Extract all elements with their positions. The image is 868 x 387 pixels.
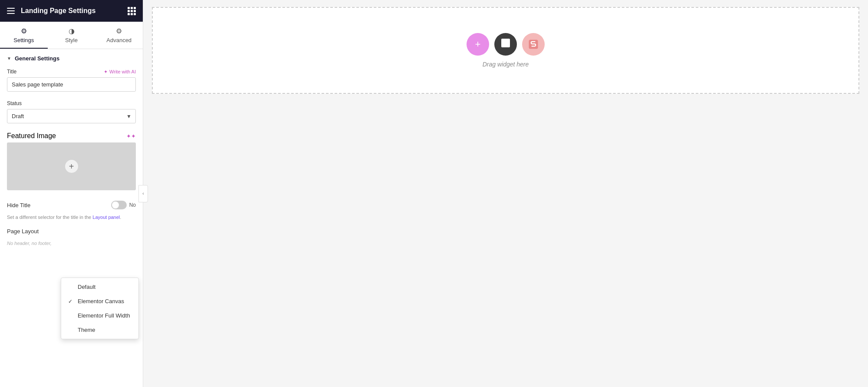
dropdown-default-label: Default xyxy=(78,284,95,290)
dropdown-item-elementor-full-width[interactable]: Elementor Full Width xyxy=(61,308,138,323)
status-label-row: Status xyxy=(7,100,136,106)
featured-image-label-row: Featured Image ✦✦ xyxy=(7,132,136,140)
dropdown-elementor-canvas-label: Elementor Canvas xyxy=(78,298,124,304)
collapse-handle[interactable]: ‹ xyxy=(138,185,148,202)
dropdown-item-elementor-canvas[interactable]: ✓ Elementor Canvas xyxy=(61,294,138,308)
featured-image-upload[interactable]: + xyxy=(7,142,136,190)
canvas-inner: + Drag widget xyxy=(449,16,562,85)
collapse-arrow-icon: ‹ xyxy=(142,191,144,196)
widget-icons-row: + xyxy=(467,33,545,56)
advanced-icon: ⚙ xyxy=(116,27,122,35)
main-canvas-area: + Drag widget xyxy=(143,0,868,387)
dropdown-item-default[interactable]: Default xyxy=(61,280,138,294)
plus-icon: + xyxy=(475,39,481,50)
page-layout-dropdown: Default ✓ Elementor Canvas Elementor Ful… xyxy=(61,278,139,339)
dropdown-item-theme[interactable]: Theme xyxy=(61,323,138,337)
featured-image-label: Featured Image xyxy=(7,132,56,140)
style-icon: ◑ xyxy=(69,27,75,35)
s-widget-button[interactable] xyxy=(522,33,545,56)
add-widget-button[interactable]: + xyxy=(467,33,489,56)
status-field-group: Status Draft Published Private ▼ xyxy=(0,98,143,129)
write-ai-label: Write with AI xyxy=(109,69,136,74)
settings-icon: ⚙ xyxy=(21,27,27,35)
hamburger-icon[interactable] xyxy=(7,8,15,14)
hint-prefix: Set a different selector for the title i… xyxy=(7,215,92,220)
tab-settings-label: Settings xyxy=(13,37,34,43)
hide-title-label: Hide Title xyxy=(7,202,30,208)
canvas-drop-zone[interactable]: + Drag widget xyxy=(152,7,859,94)
page-layout-label: Page Layout xyxy=(7,228,136,235)
write-ai-icon: ✦ xyxy=(104,69,108,75)
header-left: Landing Page Settings xyxy=(7,7,95,15)
title-label-row: Title ✦ Write with AI xyxy=(7,69,136,75)
check-elementor-canvas: ✓ xyxy=(68,298,74,304)
folder-widget-button[interactable] xyxy=(494,33,517,56)
hide-title-row: Hide Title No xyxy=(0,196,143,214)
dropdown-elementor-full-width-label: Elementor Full Width xyxy=(78,312,130,319)
page-layout-group: Page Layout xyxy=(0,225,143,239)
check-default xyxy=(68,284,74,290)
featured-image-group: Featured Image ✦✦ + xyxy=(0,129,143,196)
check-theme xyxy=(68,327,74,333)
drag-widget-text: Drag widget here xyxy=(483,61,529,68)
tabs-bar: ⚙ Settings ◑ Style ⚙ Advanced xyxy=(0,22,143,49)
check-elementor-full-width xyxy=(68,313,74,319)
write-ai-button[interactable]: ✦ Write with AI xyxy=(104,69,136,75)
hint-text: Set a different selector for the title i… xyxy=(0,214,143,225)
sidebar-header: Landing Page Settings xyxy=(0,0,143,22)
hide-title-value: No xyxy=(129,202,136,208)
layout-panel-link[interactable]: Layout panel xyxy=(92,215,120,220)
tab-advanced-label: Advanced xyxy=(106,37,132,43)
title-field-group: Title ✦ Write with AI xyxy=(0,66,143,98)
s-icon xyxy=(527,38,539,50)
add-image-button[interactable]: + xyxy=(65,160,78,173)
footer-hint: No header, no footer, xyxy=(0,239,143,250)
section-arrow: ▼ xyxy=(7,56,11,61)
hide-title-toggle-wrapper: No xyxy=(111,201,136,209)
tab-style-label: Style xyxy=(65,37,78,43)
page-title: Landing Page Settings xyxy=(21,7,95,15)
status-label: Status xyxy=(7,100,22,106)
tab-settings[interactable]: ⚙ Settings xyxy=(0,22,48,49)
stop-icon xyxy=(500,38,511,51)
hint-suffix: . xyxy=(120,215,121,220)
dropdown-theme-label: Theme xyxy=(78,327,95,333)
tab-style[interactable]: ◑ Style xyxy=(48,22,95,49)
tab-advanced[interactable]: ⚙ Advanced xyxy=(95,22,143,49)
status-select[interactable]: Draft Published Private xyxy=(7,109,136,123)
status-select-wrapper: Draft Published Private ▼ xyxy=(7,109,136,123)
svg-rect-0 xyxy=(501,39,510,47)
hide-title-toggle[interactable] xyxy=(111,201,127,209)
grid-icon[interactable] xyxy=(128,7,136,15)
section-general-settings[interactable]: ▼ General Settings xyxy=(0,49,143,66)
section-title: General Settings xyxy=(15,55,59,62)
title-label: Title xyxy=(7,69,16,75)
sidebar: Landing Page Settings ⚙ Settings ◑ Style… xyxy=(0,0,143,387)
title-input[interactable] xyxy=(7,77,136,92)
featured-image-ai-icon[interactable]: ✦✦ xyxy=(126,133,136,139)
